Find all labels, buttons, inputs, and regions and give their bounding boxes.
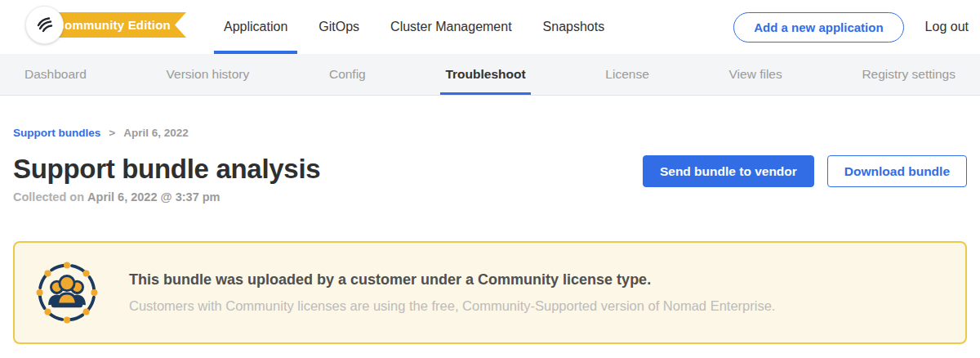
breadcrumb: Support bundles > April 6, 2022: [13, 127, 967, 139]
replicated-logo-icon: [34, 13, 56, 38]
nav-cluster-management-label: Cluster Management: [390, 20, 512, 34]
breadcrumb-current: April 6, 2022: [123, 127, 189, 139]
nav-gitops[interactable]: GitOps: [309, 0, 369, 54]
page-title: Support bundle analysis: [13, 154, 320, 185]
nav-application-label: Application: [224, 20, 287, 34]
app-subnav: Dashboard Version history Config Trouble…: [0, 54, 980, 96]
collected-prefix: Collected on: [13, 190, 84, 204]
main-content: Support bundles > April 6, 2022 Support …: [0, 127, 980, 344]
subnav-registry-settings[interactable]: Registry settings: [857, 54, 960, 95]
primary-nav: Application GitOps Cluster Management Sn…: [214, 0, 614, 54]
subnav-troubleshoot[interactable]: Troubleshoot: [440, 54, 530, 95]
subnav-view-files-label: View files: [729, 67, 782, 82]
subnav-license-label: License: [605, 67, 648, 82]
breadcrumb-support-bundles-link[interactable]: Support bundles: [13, 127, 100, 139]
top-header: Community Edition Application GitOps Clu…: [0, 0, 980, 54]
nav-gitops-label: GitOps: [318, 20, 359, 34]
subnav-dashboard[interactable]: Dashboard: [20, 54, 91, 95]
subnav-version-history[interactable]: Version history: [162, 54, 255, 95]
title-block: Support bundle analysis Collected on Apr…: [13, 154, 320, 204]
subnav-troubleshoot-label: Troubleshoot: [445, 67, 525, 82]
app-logo[interactable]: [25, 6, 64, 44]
send-bundle-to-vendor-button[interactable]: Send bundle to vendor: [643, 155, 814, 187]
bundle-actions: Send bundle to vendor Download bundle: [643, 154, 967, 187]
subnav-license[interactable]: License: [600, 54, 653, 95]
header-actions: Add a new application Log out: [733, 0, 980, 54]
add-application-button[interactable]: Add a new application: [733, 12, 903, 43]
community-license-banner: This bundle was uploaded by a customer u…: [13, 241, 967, 344]
collected-date: April 6, 2022 @ 3:37 pm: [87, 190, 220, 204]
subnav-dashboard-label: Dashboard: [24, 67, 87, 82]
nav-snapshots[interactable]: Snapshots: [533, 0, 615, 54]
subnav-version-history-label: Version history: [167, 67, 250, 82]
nav-snapshots-label: Snapshots: [543, 20, 605, 34]
banner-subtext: Customers with Community licenses are us…: [129, 298, 775, 314]
nav-cluster-management[interactable]: Cluster Management: [381, 0, 522, 54]
download-bundle-button[interactable]: Download bundle: [827, 155, 967, 187]
title-row: Support bundle analysis Collected on Apr…: [13, 154, 967, 204]
community-edition-label: Community Edition: [56, 18, 171, 32]
subnav-registry-settings-label: Registry settings: [862, 67, 956, 82]
breadcrumb-separator: >: [109, 127, 115, 139]
banner-heading: This bundle was uploaded by a customer u…: [129, 271, 775, 289]
brand-block: Community Edition: [0, 0, 214, 54]
collected-timestamp: Collected on April 6, 2022 @ 3:37 pm: [13, 190, 320, 204]
logout-link[interactable]: Log out: [925, 20, 969, 34]
banner-text: This bundle was uploaded by a customer u…: [129, 271, 775, 314]
community-people-icon: [33, 258, 101, 327]
subnav-view-files[interactable]: View files: [724, 54, 787, 95]
nav-application[interactable]: Application: [214, 0, 297, 54]
subnav-config[interactable]: Config: [324, 54, 371, 95]
subnav-config-label: Config: [329, 67, 366, 82]
